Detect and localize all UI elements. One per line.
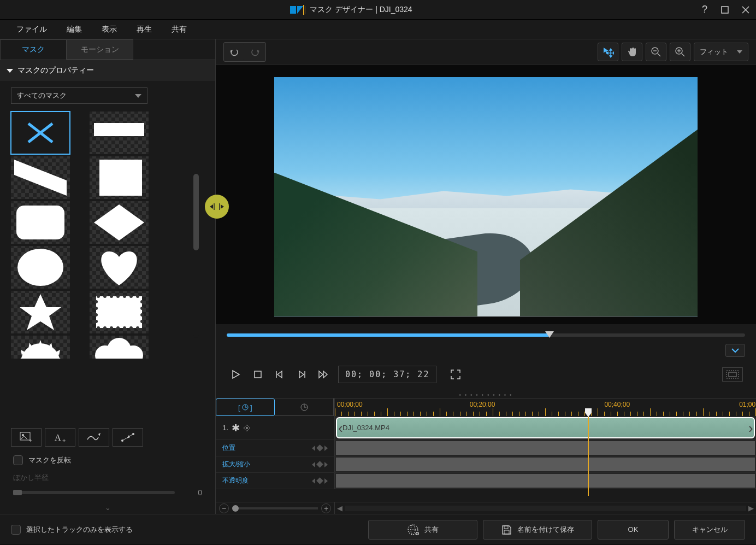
ok-button[interactable]: OK bbox=[598, 520, 669, 540]
svg-point-32 bbox=[94, 300, 98, 303]
timeline: [] 00;00;00 00;20;00 00;40;00 01;00 bbox=[216, 398, 756, 514]
keyframe-mode-clip[interactable] bbox=[275, 399, 334, 416]
stop-button[interactable] bbox=[251, 367, 265, 382]
dropdown-value: すべてのマスク bbox=[17, 91, 67, 101]
globe-icon bbox=[407, 524, 419, 536]
mask-cloud[interactable] bbox=[90, 336, 149, 359]
move-tool-button[interactable] bbox=[598, 43, 618, 61]
menu-playback[interactable]: 再生 bbox=[127, 21, 162, 38]
mask-square[interactable] bbox=[90, 156, 149, 199]
menu-share[interactable]: 共有 bbox=[162, 21, 197, 38]
hand-tool-button[interactable] bbox=[622, 43, 642, 61]
timeline-clip[interactable]: DJI_0324.MP4 bbox=[336, 417, 755, 438]
expand-panel-button[interactable] bbox=[725, 344, 745, 357]
menu-file[interactable]: ファイル bbox=[7, 21, 57, 38]
mask-triangle[interactable] bbox=[11, 156, 70, 199]
fullscreen-button[interactable] bbox=[448, 367, 463, 382]
save-as-button[interactable]: 名前を付けて保存 bbox=[483, 520, 592, 540]
preview-area bbox=[216, 65, 756, 324]
invert-mask-checkbox[interactable] bbox=[13, 455, 23, 465]
fast-forward-button[interactable] bbox=[316, 367, 330, 382]
svg-point-19 bbox=[103, 295, 107, 298]
mask-stamp[interactable] bbox=[90, 291, 149, 333]
svg-text:[: [ bbox=[238, 403, 240, 412]
h-scroll-left-icon[interactable]: ◀ bbox=[337, 504, 342, 512]
svg-marker-61 bbox=[230, 50, 233, 53]
prev-keyframe-icon[interactable] bbox=[312, 478, 315, 484]
zoom-fit-dropdown[interactable]: フィット bbox=[694, 43, 748, 61]
share-button[interactable]: 共有 bbox=[368, 520, 477, 540]
mask-circle[interactable] bbox=[11, 246, 70, 289]
safe-zone-button[interactable] bbox=[722, 367, 743, 382]
svg-marker-79 bbox=[210, 204, 213, 209]
tab-motion[interactable]: モーション bbox=[67, 39, 133, 60]
timeline-ruler[interactable]: 00;00;00 00;20;00 00;40;00 01;00 bbox=[335, 399, 756, 416]
svg-text:+: + bbox=[29, 437, 32, 443]
preview-viewport[interactable] bbox=[274, 77, 698, 317]
svg-text:?: ? bbox=[702, 5, 707, 15]
section-mask-properties[interactable]: マスクのプロパティー bbox=[0, 60, 215, 81]
mask-rounded-rect[interactable] bbox=[11, 201, 70, 244]
left-panel: マスク モーション マスクのプロパティー すべてのマスク bbox=[0, 39, 216, 514]
footer: 選択したトラックのみを表示する 共有 名前を付けて保存 OK キャンセル bbox=[0, 514, 756, 544]
add-keyframe-icon[interactable] bbox=[316, 477, 323, 484]
image-mask-button[interactable]: + bbox=[11, 428, 42, 447]
mask-diamond[interactable] bbox=[90, 201, 149, 244]
tab-mask[interactable]: マスク bbox=[0, 39, 67, 60]
help-button[interactable]: ? bbox=[698, 4, 710, 16]
playhead[interactable] bbox=[588, 408, 589, 496]
svg-point-24 bbox=[136, 295, 139, 298]
pen-mask-button[interactable] bbox=[113, 428, 143, 447]
clip-trim-left[interactable] bbox=[338, 421, 342, 434]
menu-view[interactable]: 表示 bbox=[92, 21, 127, 38]
play-button[interactable] bbox=[229, 367, 243, 382]
svg-text:]: ] bbox=[250, 403, 252, 412]
menu-edit[interactable]: 編集 bbox=[57, 21, 92, 38]
next-keyframe-icon[interactable] bbox=[324, 446, 328, 451]
prev-frame-button[interactable] bbox=[273, 367, 287, 382]
text-mask-button[interactable]: A+ bbox=[45, 428, 75, 447]
mask-burst[interactable] bbox=[11, 336, 70, 359]
mask-heart[interactable] bbox=[90, 246, 149, 289]
prev-keyframe-icon[interactable] bbox=[312, 446, 315, 451]
zoom-out-button[interactable] bbox=[646, 43, 666, 61]
timecode-display[interactable]: 00; 00; 37; 22 bbox=[338, 366, 436, 383]
timeline-zoom-out[interactable]: − bbox=[219, 503, 229, 513]
redo-button[interactable] bbox=[246, 44, 264, 60]
window-title: マスク デザイナー | DJI_0324 bbox=[310, 5, 412, 15]
mask-rectangle[interactable] bbox=[90, 112, 149, 154]
timeline-zoom-in[interactable]: + bbox=[321, 503, 331, 513]
clip-trim-right[interactable] bbox=[748, 421, 753, 434]
svg-line-72 bbox=[658, 54, 660, 56]
mask-scrollbar[interactable] bbox=[193, 174, 199, 338]
svg-rect-5 bbox=[722, 7, 728, 13]
cancel-button[interactable]: キャンセル bbox=[674, 520, 745, 540]
mask-none[interactable] bbox=[11, 112, 70, 154]
next-keyframe-icon[interactable] bbox=[324, 478, 328, 484]
mask-category-dropdown[interactable]: すべてのマスク bbox=[11, 87, 147, 104]
brush-mask-button[interactable] bbox=[79, 428, 109, 447]
titlebar: マスク デザイナー | DJI_0324 ? bbox=[0, 0, 756, 20]
mask-star[interactable] bbox=[11, 291, 70, 333]
zoom-in-button[interactable] bbox=[670, 43, 690, 61]
add-keyframe-icon[interactable] bbox=[316, 461, 323, 468]
blur-radius-slider[interactable] bbox=[13, 491, 175, 494]
next-frame-button[interactable] bbox=[294, 367, 309, 382]
keyframe-mode-time[interactable]: [] bbox=[216, 399, 275, 416]
undo-button[interactable] bbox=[225, 44, 244, 60]
svg-marker-67 bbox=[610, 56, 612, 57]
preview-seekbar[interactable] bbox=[227, 333, 745, 337]
save-as-label: 名前を付けて保存 bbox=[517, 525, 574, 535]
timeline-zoom-slider[interactable] bbox=[232, 507, 318, 509]
show-selected-track-checkbox[interactable] bbox=[11, 525, 21, 535]
panel-drag-handle[interactable]: • • • • • • • • • • bbox=[216, 392, 756, 398]
add-keyframe-icon[interactable] bbox=[316, 444, 323, 452]
close-button[interactable] bbox=[740, 4, 752, 16]
next-keyframe-icon[interactable] bbox=[324, 462, 328, 467]
h-scroll-right-icon[interactable]: ▶ bbox=[748, 504, 754, 512]
prev-keyframe-icon[interactable] bbox=[312, 462, 315, 467]
section-collapse-icon[interactable]: ⌄ bbox=[0, 501, 215, 514]
timeline-h-scrollbar[interactable] bbox=[345, 506, 746, 511]
maximize-button[interactable] bbox=[719, 4, 731, 16]
menubar: ファイル 編集 表示 再生 共有 bbox=[0, 20, 756, 39]
